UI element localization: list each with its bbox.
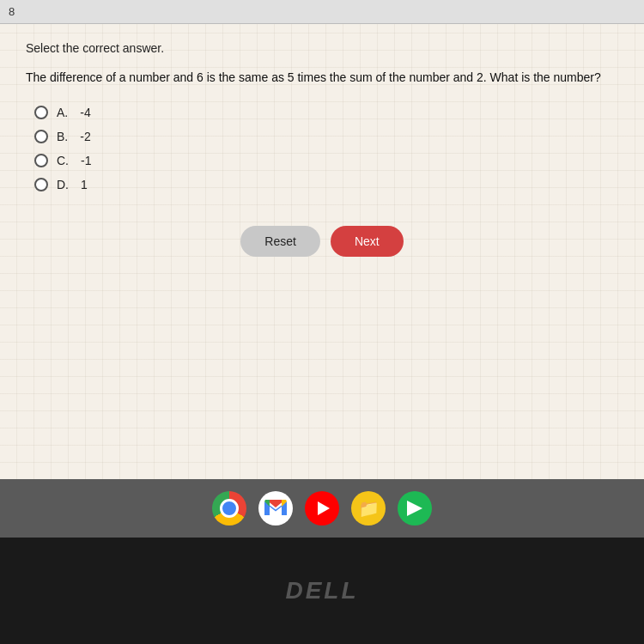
radio-a[interactable] [34, 106, 48, 119]
taskbar: 📁 [0, 479, 644, 538]
option-a-value: -4 [80, 106, 90, 119]
option-c[interactable]: C. -1 [34, 154, 618, 167]
radio-inner-c [39, 158, 45, 164]
radio-inner-d [39, 182, 45, 188]
gmail-icon[interactable] [258, 491, 293, 526]
tab-number: 8 [9, 5, 15, 18]
files-icon[interactable]: 📁 [351, 491, 386, 526]
youtube-icon[interactable] [305, 491, 339, 526]
option-d-label: D. [57, 178, 69, 191]
option-c-label: C. [57, 154, 69, 167]
option-c-value: -1 [81, 154, 91, 167]
option-b-label: B. [57, 130, 68, 143]
reset-button[interactable]: Reset [240, 226, 320, 257]
option-d-value: 1 [81, 178, 88, 191]
option-a-label: A. [57, 106, 68, 119]
chrome-icon[interactable] [212, 491, 246, 526]
radio-d[interactable] [34, 178, 48, 191]
radio-inner-b [39, 134, 45, 140]
dell-logo: DELL [285, 577, 358, 605]
question-text: The difference of a number and 6 is the … [26, 69, 610, 87]
radio-b[interactable] [34, 130, 48, 143]
instruction-text: Select the correct answer. [26, 41, 618, 55]
options-list: A. -4 B. -2 C. -1 D. [34, 106, 618, 191]
radio-inner-a [39, 110, 45, 116]
buttons-row: Reset Next [26, 226, 618, 257]
play-store-svg [405, 499, 424, 518]
option-b-value: -2 [80, 130, 90, 143]
main-content: Select the correct answer. The differenc… [0, 24, 644, 479]
gmail-svg [264, 500, 287, 517]
option-a[interactable]: A. -4 [34, 106, 618, 119]
option-b[interactable]: B. -2 [34, 130, 618, 143]
next-button[interactable]: Next [331, 226, 404, 257]
files-emoji: 📁 [358, 498, 380, 519]
youtube-play-triangle [318, 501, 330, 515]
radio-c[interactable] [34, 154, 48, 167]
screen: 8 Select the correct answer. The differe… [0, 0, 644, 644]
bottom-section: DELL [0, 538, 644, 644]
play-store-icon[interactable] [398, 491, 432, 526]
svg-marker-0 [407, 501, 422, 516]
browser-bar: 8 [0, 0, 644, 24]
option-d[interactable]: D. 1 [34, 178, 618, 191]
